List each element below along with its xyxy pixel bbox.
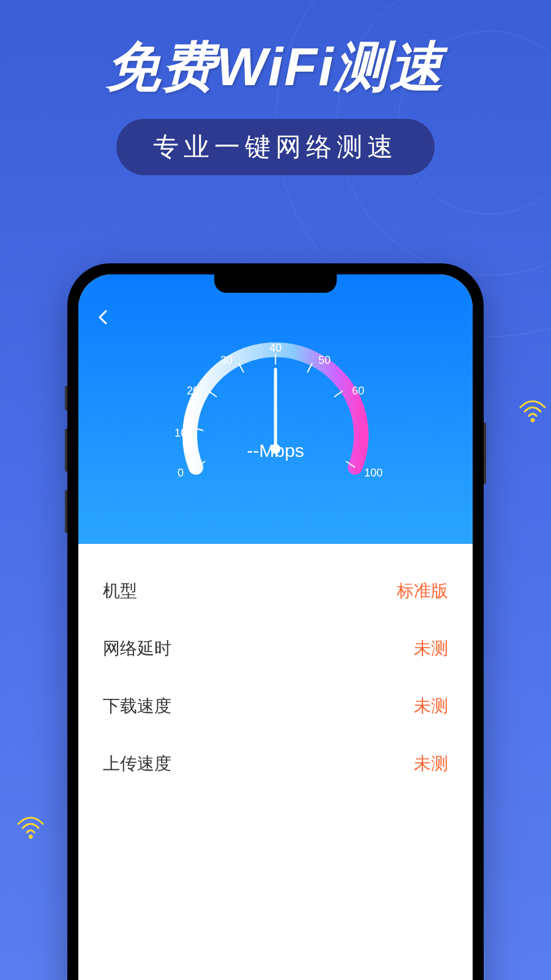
speed-gauge: 0 10 20 30 40 50 60 100 --Mbps <box>159 326 392 498</box>
subtitle-pill: 专业一键网络测速 <box>116 119 435 175</box>
info-row-upload: 上传速度 未测 <box>103 735 448 793</box>
info-row-download: 下载速度 未测 <box>103 677 448 735</box>
info-label: 机型 <box>103 579 137 603</box>
info-label: 上传速度 <box>103 752 171 775</box>
info-row-model: 机型 标准版 <box>103 562 448 620</box>
svg-line-2 <box>208 391 217 397</box>
phone-power-button <box>484 423 486 484</box>
gauge-tick-100: 100 <box>364 467 383 480</box>
gauge-tick-30: 30 <box>220 354 233 367</box>
info-label: 网络延时 <box>103 637 171 660</box>
back-button[interactable] <box>97 308 109 331</box>
main-title: 免费WiFi测速 <box>0 31 551 104</box>
phone-notch <box>214 274 337 293</box>
wifi-icon <box>15 809 46 839</box>
info-value: 未测 <box>414 695 448 718</box>
info-value: 标准版 <box>397 579 448 603</box>
chevron-left-icon <box>97 308 109 326</box>
promo-header: 免费WiFi测速 专业一键网络测速 <box>0 0 551 175</box>
gauge-value-text: --Mbps <box>247 440 304 461</box>
phone-screen: 0 10 20 30 40 50 60 100 --Mbps 机型 标准版 网络… <box>78 274 473 980</box>
gauge-tick-60: 60 <box>352 385 364 398</box>
app-gauge-section: 0 10 20 30 40 50 60 100 --Mbps <box>78 274 473 544</box>
info-row-latency: 网络延时 未测 <box>103 620 448 677</box>
gauge-tick-20: 20 <box>187 385 199 398</box>
gauge-tick-50: 50 <box>318 354 331 367</box>
phone-side-buttons <box>65 386 67 551</box>
info-value: 未测 <box>414 637 448 660</box>
gauge-tick-40: 40 <box>269 342 282 355</box>
info-value: 未测 <box>414 752 448 775</box>
gauge-tick-0: 0 <box>178 467 184 480</box>
svg-line-6 <box>334 391 343 397</box>
info-list: 机型 标准版 网络延时 未测 下载速度 未测 上传速度 未测 <box>78 544 473 811</box>
info-label: 下载速度 <box>103 695 171 718</box>
gauge-tick-10: 10 <box>174 427 187 440</box>
phone-mockup-frame: 0 10 20 30 40 50 60 100 --Mbps 机型 标准版 网络… <box>67 263 484 980</box>
wifi-icon <box>517 392 548 423</box>
